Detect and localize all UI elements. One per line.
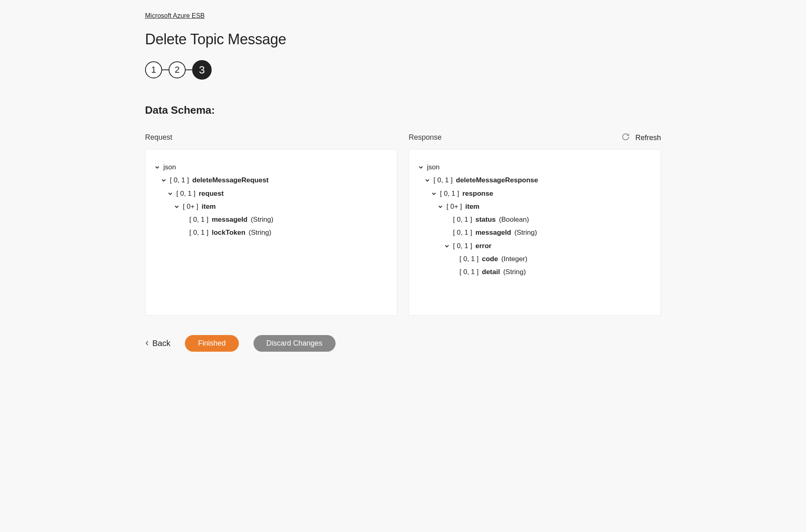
breadcrumb-link[interactable]: Microsoft Azure ESB (145, 12, 205, 19)
node-name: messageId (212, 213, 247, 226)
cardinality: [ 0, 1 ] (189, 226, 208, 239)
tree-node-request[interactable]: [ 0, 1 ] request (167, 187, 385, 200)
node-name: deleteMessageResponse (456, 174, 538, 187)
cardinality: [ 0, 1 ] (453, 213, 472, 226)
step-indicator: 1 2 3 (145, 60, 661, 80)
tree-node-json[interactable]: json (418, 161, 648, 174)
node-name: item (465, 200, 479, 213)
node-type: (String) (249, 226, 271, 239)
step-3[interactable]: 3 (192, 60, 212, 80)
tree-node-deletemessageresponse[interactable]: [ 0, 1 ] deleteMessageResponse (425, 174, 648, 187)
tree-leaf-detail[interactable]: [ 0, 1 ] detail (String) (451, 266, 648, 279)
node-type: (String) (503, 266, 526, 279)
step-1[interactable]: 1 (145, 61, 162, 78)
chevron-down-icon (418, 164, 424, 170)
step-divider (186, 69, 192, 70)
step-2[interactable]: 2 (169, 61, 186, 78)
tree-node-item[interactable]: [ 0+ ] item (438, 200, 648, 213)
tree-node-item[interactable]: [ 0+ ] item (174, 200, 385, 213)
chevron-down-icon (167, 191, 173, 197)
tree-leaf-code[interactable]: [ 0, 1 ] code (Integer) (451, 253, 648, 266)
node-type: (Integer) (501, 253, 527, 266)
node-label: json (427, 161, 440, 174)
node-name: response (462, 187, 493, 200)
cardinality: [ 0, 1 ] (453, 226, 472, 239)
node-type: (Boolean) (499, 213, 529, 226)
chevron-down-icon (438, 204, 443, 210)
node-name: status (475, 213, 496, 226)
cardinality: [ 0, 1 ] (453, 240, 472, 253)
cardinality: [ 0+ ] (446, 200, 462, 213)
node-name: code (482, 253, 498, 266)
response-panel: json [ 0, 1 ] deleteMessageResponse [ 0,… (409, 149, 661, 316)
back-label: Back (152, 339, 170, 348)
node-name: request (199, 187, 223, 200)
node-name: deleteMessageRequest (192, 174, 269, 187)
finished-button[interactable]: Finished (185, 335, 238, 352)
node-name: messageId (475, 226, 511, 239)
discard-changes-button[interactable]: Discard Changes (254, 335, 336, 352)
page-title: Delete Topic Message (145, 31, 661, 48)
node-name: lockToken (212, 226, 245, 239)
cardinality: [ 0, 1 ] (440, 187, 459, 200)
cardinality: [ 0, 1 ] (170, 174, 189, 187)
tree-leaf-messageid[interactable]: [ 0, 1 ] messageId (String) (444, 226, 648, 239)
chevron-down-icon (174, 204, 180, 210)
node-name: detail (482, 266, 500, 279)
cardinality: [ 0, 1 ] (459, 266, 479, 279)
tree-node-deletemessagerequest[interactable]: [ 0, 1 ] deleteMessageRequest (161, 174, 385, 187)
section-heading: Data Schema: (145, 104, 661, 117)
tree-node-error[interactable]: [ 0, 1 ] error (444, 240, 648, 253)
chevron-down-icon (161, 177, 167, 183)
node-name: item (202, 200, 216, 213)
tree-leaf-locktoken[interactable]: [ 0, 1 ] lockToken (String) (180, 226, 385, 239)
chevron-down-icon (154, 164, 160, 170)
cardinality: [ 0+ ] (183, 200, 198, 213)
response-heading: Response (409, 133, 661, 142)
chevron-down-icon (431, 191, 437, 197)
tree-leaf-messageid[interactable]: [ 0, 1 ] messageId (String) (180, 213, 385, 226)
node-name: error (475, 240, 492, 253)
tree-node-json[interactable]: json (154, 161, 385, 174)
chevron-down-icon (425, 177, 430, 183)
cardinality: [ 0, 1 ] (176, 187, 195, 200)
tree-node-response[interactable]: [ 0, 1 ] response (431, 187, 648, 200)
cardinality: [ 0, 1 ] (433, 174, 453, 187)
tree-leaf-status[interactable]: [ 0, 1 ] status (Boolean) (444, 213, 648, 226)
request-panel: json [ 0, 1 ] deleteMessageRequest [ 0, … (145, 149, 397, 316)
chevron-left-icon (145, 339, 149, 348)
node-type: (String) (514, 226, 537, 239)
cardinality: [ 0, 1 ] (189, 213, 208, 226)
cardinality: [ 0, 1 ] (459, 253, 479, 266)
step-divider (162, 69, 169, 70)
node-label: json (163, 161, 176, 174)
back-button[interactable]: Back (145, 339, 170, 348)
node-type: (String) (251, 213, 273, 226)
chevron-down-icon (444, 243, 450, 249)
request-heading: Request (145, 133, 397, 142)
